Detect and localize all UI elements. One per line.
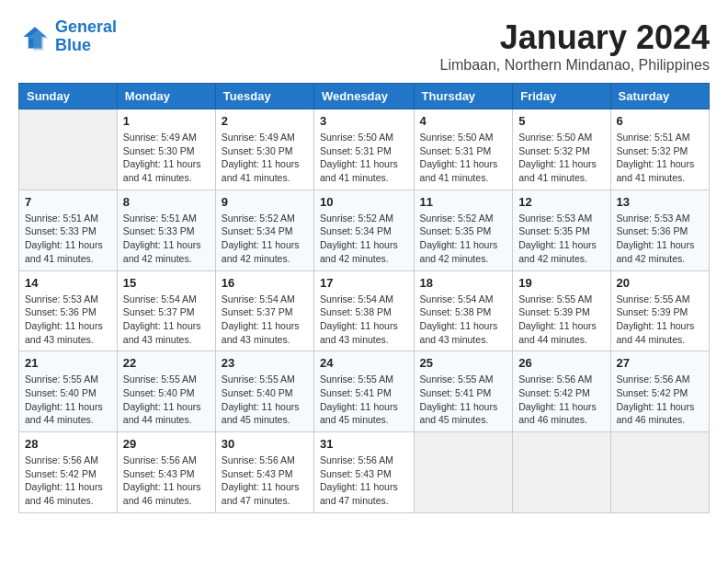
day-number: 11 xyxy=(420,195,507,209)
day-info: Sunrise: 5:55 AM Sunset: 5:40 PM Dayligh… xyxy=(123,373,210,427)
day-cell: 20Sunrise: 5:55 AM Sunset: 5:39 PM Dayli… xyxy=(610,270,709,351)
day-number: 12 xyxy=(518,195,604,209)
day-cell: 21Sunrise: 5:55 AM Sunset: 5:40 PM Dayli… xyxy=(19,351,118,432)
logo-line1: General xyxy=(55,17,117,36)
day-cell xyxy=(610,432,709,513)
day-info: Sunrise: 5:51 AM Sunset: 5:33 PM Dayligh… xyxy=(25,212,111,266)
day-number: 6 xyxy=(617,114,703,128)
day-cell: 4Sunrise: 5:50 AM Sunset: 5:31 PM Daylig… xyxy=(414,109,513,190)
day-cell: 28Sunrise: 5:56 AM Sunset: 5:42 PM Dayli… xyxy=(19,432,118,513)
logo-line2: Blue xyxy=(55,36,91,54)
day-cell: 1Sunrise: 5:49 AM Sunset: 5:30 PM Daylig… xyxy=(117,109,215,190)
week-row-3: 21Sunrise: 5:55 AM Sunset: 5:40 PM Dayli… xyxy=(19,351,710,432)
header-cell-tuesday: Tuesday xyxy=(215,84,313,109)
day-cell: 27Sunrise: 5:56 AM Sunset: 5:42 PM Dayli… xyxy=(610,351,709,432)
header-cell-wednesday: Wednesday xyxy=(314,84,415,109)
day-number: 23 xyxy=(222,356,308,370)
day-cell: 11Sunrise: 5:52 AM Sunset: 5:35 PM Dayli… xyxy=(414,190,513,270)
calendar-header-row: SundayMondayTuesdayWednesdayThursdayFrid… xyxy=(19,84,710,109)
day-number: 16 xyxy=(222,276,308,290)
day-cell: 15Sunrise: 5:54 AM Sunset: 5:37 PM Dayli… xyxy=(117,270,215,351)
day-number: 18 xyxy=(420,276,507,290)
day-cell: 26Sunrise: 5:56 AM Sunset: 5:42 PM Dayli… xyxy=(513,351,610,432)
day-cell: 19Sunrise: 5:55 AM Sunset: 5:39 PM Dayli… xyxy=(513,270,610,351)
day-info: Sunrise: 5:49 AM Sunset: 5:30 PM Dayligh… xyxy=(123,131,210,185)
day-info: Sunrise: 5:50 AM Sunset: 5:31 PM Dayligh… xyxy=(320,131,408,185)
day-number: 31 xyxy=(320,437,408,451)
title-area: January 2024 Limbaan, Northern Mindanao,… xyxy=(439,18,710,74)
day-info: Sunrise: 5:56 AM Sunset: 5:42 PM Dayligh… xyxy=(617,373,703,427)
day-number: 29 xyxy=(123,437,210,451)
day-number: 13 xyxy=(617,195,703,209)
logo-icon xyxy=(18,20,51,53)
day-info: Sunrise: 5:54 AM Sunset: 5:37 PM Dayligh… xyxy=(222,293,308,347)
day-info: Sunrise: 5:53 AM Sunset: 5:35 PM Dayligh… xyxy=(518,212,604,266)
logo-text: General Blue xyxy=(55,18,117,55)
day-cell: 10Sunrise: 5:52 AM Sunset: 5:34 PM Dayli… xyxy=(314,190,415,270)
day-info: Sunrise: 5:55 AM Sunset: 5:40 PM Dayligh… xyxy=(25,373,111,427)
day-info: Sunrise: 5:54 AM Sunset: 5:38 PM Dayligh… xyxy=(420,293,507,347)
day-info: Sunrise: 5:55 AM Sunset: 5:41 PM Dayligh… xyxy=(320,373,408,427)
day-cell: 14Sunrise: 5:53 AM Sunset: 5:36 PM Dayli… xyxy=(19,270,118,351)
day-info: Sunrise: 5:55 AM Sunset: 5:41 PM Dayligh… xyxy=(420,373,507,427)
header-cell-sunday: Sunday xyxy=(19,84,118,109)
day-info: Sunrise: 5:55 AM Sunset: 5:39 PM Dayligh… xyxy=(617,293,703,347)
day-info: Sunrise: 5:52 AM Sunset: 5:35 PM Dayligh… xyxy=(420,212,507,266)
calendar-table: SundayMondayTuesdayWednesdayThursdayFrid… xyxy=(18,83,710,513)
day-info: Sunrise: 5:50 AM Sunset: 5:31 PM Dayligh… xyxy=(420,131,507,185)
day-info: Sunrise: 5:56 AM Sunset: 5:43 PM Dayligh… xyxy=(320,454,408,508)
header-cell-saturday: Saturday xyxy=(610,84,709,109)
day-number: 2 xyxy=(222,114,308,128)
day-info: Sunrise: 5:51 AM Sunset: 5:32 PM Dayligh… xyxy=(617,131,703,185)
day-number: 5 xyxy=(518,114,604,128)
day-info: Sunrise: 5:56 AM Sunset: 5:42 PM Dayligh… xyxy=(25,454,111,508)
day-number: 17 xyxy=(320,276,408,290)
day-info: Sunrise: 5:52 AM Sunset: 5:34 PM Dayligh… xyxy=(320,212,408,266)
logo: General Blue xyxy=(18,18,117,55)
day-number: 27 xyxy=(617,356,703,370)
day-number: 21 xyxy=(25,356,111,370)
day-number: 20 xyxy=(617,276,703,290)
day-cell: 2Sunrise: 5:49 AM Sunset: 5:30 PM Daylig… xyxy=(215,109,313,190)
location-title: Limbaan, Northern Mindanao, Philippines xyxy=(439,57,710,74)
day-number: 8 xyxy=(123,195,210,209)
day-info: Sunrise: 5:56 AM Sunset: 5:42 PM Dayligh… xyxy=(518,373,604,427)
day-info: Sunrise: 5:53 AM Sunset: 5:36 PM Dayligh… xyxy=(25,293,111,347)
day-info: Sunrise: 5:55 AM Sunset: 5:39 PM Dayligh… xyxy=(518,293,604,347)
day-number: 19 xyxy=(518,276,604,290)
day-number: 22 xyxy=(123,356,210,370)
day-number: 15 xyxy=(123,276,210,290)
day-cell: 9Sunrise: 5:52 AM Sunset: 5:34 PM Daylig… xyxy=(215,190,313,270)
week-row-2: 14Sunrise: 5:53 AM Sunset: 5:36 PM Dayli… xyxy=(19,270,710,351)
header: General Blue January 2024 Limbaan, North… xyxy=(18,18,710,74)
calendar-body: 1Sunrise: 5:49 AM Sunset: 5:30 PM Daylig… xyxy=(19,109,710,513)
day-number: 25 xyxy=(420,356,507,370)
day-cell: 29Sunrise: 5:56 AM Sunset: 5:43 PM Dayli… xyxy=(117,432,215,513)
day-cell: 22Sunrise: 5:55 AM Sunset: 5:40 PM Dayli… xyxy=(117,351,215,432)
day-number: 9 xyxy=(222,195,308,209)
day-cell: 6Sunrise: 5:51 AM Sunset: 5:32 PM Daylig… xyxy=(610,109,709,190)
header-cell-thursday: Thursday xyxy=(414,84,513,109)
day-cell: 16Sunrise: 5:54 AM Sunset: 5:37 PM Dayli… xyxy=(215,270,313,351)
day-info: Sunrise: 5:56 AM Sunset: 5:43 PM Dayligh… xyxy=(222,454,308,508)
day-cell: 13Sunrise: 5:53 AM Sunset: 5:36 PM Dayli… xyxy=(610,190,709,270)
day-cell: 7Sunrise: 5:51 AM Sunset: 5:33 PM Daylig… xyxy=(19,190,118,270)
day-cell: 8Sunrise: 5:51 AM Sunset: 5:33 PM Daylig… xyxy=(117,190,215,270)
day-number: 28 xyxy=(25,437,111,451)
day-cell: 24Sunrise: 5:55 AM Sunset: 5:41 PM Dayli… xyxy=(314,351,415,432)
day-info: Sunrise: 5:52 AM Sunset: 5:34 PM Dayligh… xyxy=(222,212,308,266)
day-cell: 5Sunrise: 5:50 AM Sunset: 5:32 PM Daylig… xyxy=(513,109,610,190)
day-cell: 31Sunrise: 5:56 AM Sunset: 5:43 PM Dayli… xyxy=(314,432,415,513)
day-info: Sunrise: 5:49 AM Sunset: 5:30 PM Dayligh… xyxy=(222,131,308,185)
day-cell xyxy=(19,109,118,190)
month-title: January 2024 xyxy=(439,18,710,57)
day-cell: 23Sunrise: 5:55 AM Sunset: 5:40 PM Dayli… xyxy=(215,351,313,432)
header-cell-friday: Friday xyxy=(513,84,610,109)
day-info: Sunrise: 5:55 AM Sunset: 5:40 PM Dayligh… xyxy=(222,373,308,427)
day-number: 14 xyxy=(25,276,111,290)
day-info: Sunrise: 5:50 AM Sunset: 5:32 PM Dayligh… xyxy=(518,131,604,185)
day-info: Sunrise: 5:53 AM Sunset: 5:36 PM Dayligh… xyxy=(617,212,703,266)
day-cell: 18Sunrise: 5:54 AM Sunset: 5:38 PM Dayli… xyxy=(414,270,513,351)
day-info: Sunrise: 5:54 AM Sunset: 5:38 PM Dayligh… xyxy=(320,293,408,347)
day-number: 3 xyxy=(320,114,408,128)
